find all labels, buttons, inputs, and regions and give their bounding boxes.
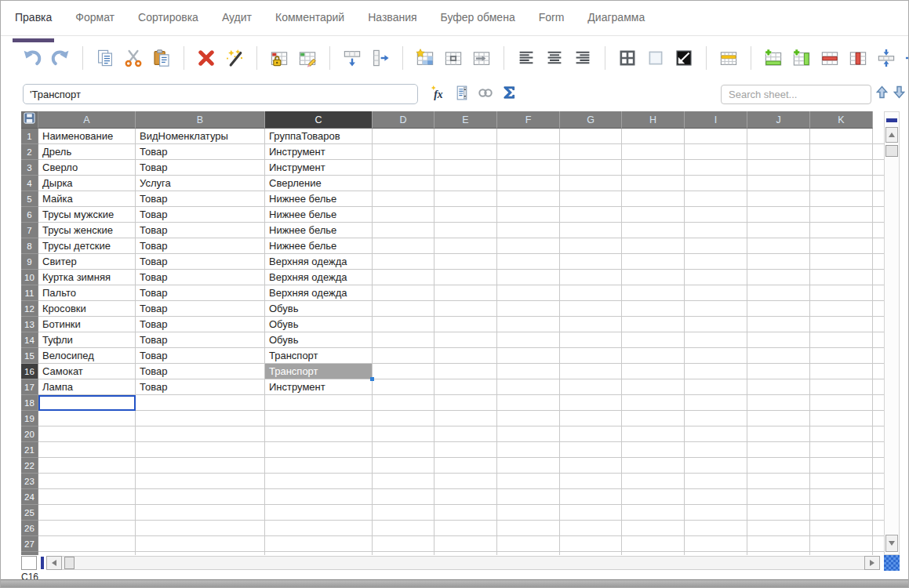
row-header-23[interactable]: 23 (21, 474, 38, 489)
cell-D25[interactable] (373, 505, 435, 521)
cell-K19[interactable] (810, 411, 873, 426)
cell-F2[interactable] (497, 144, 560, 160)
cell-A18[interactable] (38, 395, 136, 411)
cell-C13[interactable]: Обувь (265, 317, 373, 332)
cell-E8[interactable] (435, 238, 497, 254)
cell-I17[interactable] (685, 379, 747, 395)
align-right-button[interactable] (572, 47, 594, 69)
cell-D17[interactable] (373, 379, 435, 395)
cell-J21[interactable] (747, 442, 810, 458)
cell-I23[interactable] (685, 474, 747, 489)
cell-D23[interactable] (373, 474, 435, 489)
cell-G19[interactable] (560, 411, 622, 426)
menu-tab-0[interactable]: Правка (15, 11, 52, 35)
cell-B5[interactable]: Товар (136, 191, 265, 207)
column-header-D[interactable]: D (373, 111, 435, 129)
cell-H6[interactable] (622, 207, 685, 223)
cell-C5[interactable]: Нижнее белье (265, 191, 373, 207)
cell-B23[interactable] (136, 474, 265, 489)
cell-F8[interactable] (497, 238, 560, 254)
cell-J13[interactable] (747, 317, 810, 332)
cell-A4[interactable]: Дырка (38, 176, 136, 191)
fill-handle[interactable] (370, 377, 374, 381)
cell-B2[interactable]: Товар (136, 144, 265, 160)
cell-I5[interactable] (685, 191, 747, 207)
cell-B27[interactable] (136, 536, 265, 552)
cell-F12[interactable] (497, 301, 560, 317)
cell-A11[interactable]: Пальто (38, 285, 136, 301)
cell-I20[interactable] (685, 426, 747, 442)
cell-B14[interactable]: Товар (136, 332, 265, 348)
cell-I26[interactable] (685, 521, 747, 536)
cell-F13[interactable] (497, 317, 560, 332)
cell-A6[interactable]: Трусы мужские (38, 207, 136, 223)
cell-G22[interactable] (560, 458, 622, 474)
cell-D3[interactable] (373, 160, 435, 176)
cell-E6[interactable] (435, 207, 497, 223)
cell-E4[interactable] (435, 176, 497, 191)
cell-K24[interactable] (810, 489, 873, 505)
cell-C24[interactable] (265, 489, 373, 505)
cell-C27[interactable] (265, 536, 373, 552)
cell-C16[interactable]: Транспорт (265, 364, 373, 379)
cell-E3[interactable] (435, 160, 497, 176)
cell-C10[interactable]: Верхняя одежда (265, 270, 373, 285)
cell-J26[interactable] (747, 521, 810, 536)
cell-D13[interactable] (373, 317, 435, 332)
scroll-right-button[interactable] (864, 556, 880, 570)
column-header-I[interactable]: I (685, 111, 747, 129)
cell-C3[interactable]: Инструмент (265, 160, 373, 176)
row-header-4[interactable]: 4 (21, 176, 38, 191)
cell-G9[interactable] (560, 254, 622, 270)
cell-K20[interactable] (810, 426, 873, 442)
cell-D8[interactable] (373, 238, 435, 254)
search-previous-button[interactable] (875, 85, 889, 101)
cell-D14[interactable] (373, 332, 435, 348)
horizontal-scroll-thumb[interactable] (64, 557, 75, 569)
cell-C15[interactable]: Транспорт (265, 348, 373, 364)
cell-K25[interactable] (810, 505, 873, 521)
row-header-7[interactable]: 7 (21, 223, 38, 238)
cell-D16[interactable] (373, 364, 435, 379)
cell-K7[interactable] (810, 223, 873, 238)
cell-A24[interactable] (38, 489, 136, 505)
cell-A20[interactable] (38, 426, 136, 442)
vertical-scrollbar[interactable] (884, 111, 900, 555)
cell-I24[interactable] (685, 489, 747, 505)
cell-K15[interactable] (810, 348, 873, 364)
cell-I28[interactable] (685, 552, 747, 555)
cell-D15[interactable] (373, 348, 435, 364)
column-header-B[interactable]: B (136, 111, 265, 129)
format-table-button[interactable] (414, 47, 436, 69)
cell-K5[interactable] (810, 191, 873, 207)
menu-tab-8[interactable]: Диаграмма (587, 11, 645, 35)
redo-button[interactable] (49, 47, 71, 69)
cell-I13[interactable] (685, 317, 747, 332)
row-header-12[interactable]: 12 (21, 301, 38, 317)
cell-B12[interactable]: Товар (136, 301, 265, 317)
row-header-18[interactable]: 18 (21, 395, 38, 411)
cell-F15[interactable] (497, 348, 560, 364)
cell-A8[interactable]: Трусы детские (38, 238, 136, 254)
cell-K28[interactable] (810, 552, 873, 555)
cell-A14[interactable]: Туфли (38, 332, 136, 348)
cell-D20[interactable] (373, 426, 435, 442)
cell-B25[interactable] (136, 505, 265, 521)
cell-D6[interactable] (373, 207, 435, 223)
cell-F7[interactable] (497, 223, 560, 238)
cell-G14[interactable] (560, 332, 622, 348)
cell-H24[interactable] (622, 489, 685, 505)
cell-B22[interactable] (136, 458, 265, 474)
cell-E12[interactable] (435, 301, 497, 317)
cell-C12[interactable]: Обувь (265, 301, 373, 317)
hyperlink-button[interactable] (476, 85, 495, 103)
copy-button[interactable] (94, 47, 116, 69)
cell-I3[interactable] (685, 160, 747, 176)
cell-H11[interactable] (622, 285, 685, 301)
cell-F24[interactable] (497, 489, 560, 505)
menu-tab-2[interactable]: Сортировка (138, 11, 198, 35)
cell-K2[interactable] (810, 144, 873, 160)
cell-E22[interactable] (435, 458, 497, 474)
column-header-F[interactable]: F (497, 111, 560, 129)
cell-E10[interactable] (435, 270, 497, 285)
